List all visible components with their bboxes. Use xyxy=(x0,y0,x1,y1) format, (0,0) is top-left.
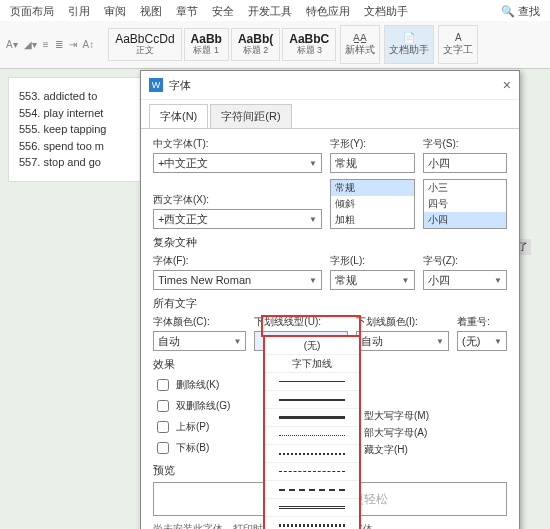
tab[interactable]: 章节 xyxy=(176,4,198,19)
underline-option[interactable] xyxy=(265,499,359,517)
chevron-down-icon: ▼ xyxy=(309,276,317,285)
color-label: 字体颜色(C): xyxy=(153,315,246,329)
cn-font-label: 中文字体(T): xyxy=(153,137,322,151)
text-line: 556. spend too m xyxy=(19,138,157,155)
chevron-down-icon: ▼ xyxy=(494,276,502,285)
indent-icon[interactable]: ⇥ xyxy=(69,39,77,50)
list-icon[interactable]: ≣ xyxy=(55,39,63,50)
chevron-down-icon: ▼ xyxy=(309,159,317,168)
chevron-down-icon: ▼ xyxy=(402,276,410,285)
underline-option[interactable] xyxy=(265,409,359,427)
underline-color-combo[interactable]: 自动▼ xyxy=(356,331,449,351)
font-label: 字体(F): xyxy=(153,254,322,268)
text-tool-button[interactable]: A文字工 xyxy=(438,25,478,64)
size-combo[interactable]: 小四 xyxy=(423,153,508,173)
app-icon: W xyxy=(149,78,163,92)
underline-label: 下划线线型(U): xyxy=(254,315,347,329)
search-label[interactable]: 🔍 查找 xyxy=(501,4,540,19)
style-combo[interactable]: 常规 xyxy=(330,153,415,173)
cn-font-combo[interactable]: +中文正文▼ xyxy=(153,153,322,173)
tab[interactable]: 特色应用 xyxy=(306,4,350,19)
smallcaps-check[interactable]: 型大写字母(M) xyxy=(364,409,507,423)
font-combo[interactable]: Times New Roman▼ xyxy=(153,270,322,290)
size2-combo[interactable]: 小四▼ xyxy=(423,270,508,290)
chevron-down-icon: ▼ xyxy=(233,337,241,346)
en-font-label: 西文字体(X): xyxy=(153,193,322,207)
text-line: 557. stop and go xyxy=(19,154,157,171)
highlight-icon[interactable]: ◢▾ xyxy=(24,39,37,50)
new-style-button[interactable]: A̲A̲新样式 xyxy=(340,25,380,64)
font-color-icon[interactable]: A▾ xyxy=(6,39,18,50)
underline-option[interactable] xyxy=(265,373,359,391)
style-h1[interactable]: AaBb标题 1 xyxy=(184,28,229,61)
style-label: 字形(Y): xyxy=(330,137,415,151)
alltext-section-label: 所有文字 xyxy=(153,296,507,311)
tab[interactable]: 页面布局 xyxy=(10,4,54,19)
tab-spacing[interactable]: 字符间距(R) xyxy=(210,104,291,128)
underline-option[interactable] xyxy=(265,463,359,481)
style2-combo[interactable]: 常规▼ xyxy=(330,270,415,290)
underline-dropdown: (无) 字下加线 xyxy=(263,335,361,529)
size-label: 字号(S): xyxy=(423,137,508,151)
underline-option[interactable] xyxy=(265,481,359,499)
text-line: 553. addicted to xyxy=(19,88,157,105)
dialog-tabs: 字体(N) 字符间距(R) xyxy=(141,100,519,129)
toolbar: A▾ ◢▾ ≡ ≣ ⇥ A↕ AaBbCcDd正文 AaBb标题 1 AaBb(… xyxy=(0,21,550,68)
size2-label: 字号(Z): xyxy=(423,254,508,268)
ribbon-tabs: 页面布局 引用 审阅 视图 章节 安全 开发工具 特色应用 文档助手 🔍 查找 xyxy=(0,0,550,21)
tab[interactable]: 引用 xyxy=(68,4,90,19)
hidden-check[interactable]: 藏文字(H) xyxy=(364,443,507,457)
emphasis-label: 着重号: xyxy=(457,315,507,329)
text-line: 555. keep tapping xyxy=(19,121,157,138)
underline-option-none[interactable]: (无) xyxy=(265,337,359,355)
style-h3[interactable]: AaBbC标题 3 xyxy=(282,28,336,61)
text-line: 554. play internet xyxy=(19,105,157,122)
dialog-title: 字体 xyxy=(169,78,191,93)
chevron-down-icon: ▼ xyxy=(494,337,502,346)
underline-option[interactable] xyxy=(265,445,359,463)
tab[interactable]: 开发工具 xyxy=(248,4,292,19)
size-listbox[interactable]: 小三 四号 小四 xyxy=(423,179,508,229)
style-h2[interactable]: AaBb(标题 2 xyxy=(231,28,280,61)
dialog-titlebar: W 字体 × xyxy=(141,71,519,100)
color-combo[interactable]: 自动▼ xyxy=(153,331,246,351)
tab[interactable]: 审阅 xyxy=(104,4,126,19)
align-icon[interactable]: ≡ xyxy=(43,39,49,50)
tab[interactable]: 安全 xyxy=(212,4,234,19)
tab[interactable]: 视图 xyxy=(140,4,162,19)
underline-option[interactable] xyxy=(265,427,359,445)
style2-label: 字形(L): xyxy=(330,254,415,268)
en-font-combo[interactable]: +西文正文▼ xyxy=(153,209,322,229)
close-icon[interactable]: × xyxy=(503,77,511,93)
underline-option[interactable] xyxy=(265,517,359,529)
chevron-down-icon: ▼ xyxy=(436,337,444,346)
chevron-down-icon: ▼ xyxy=(309,215,317,224)
char-icon[interactable]: A↕ xyxy=(83,39,95,50)
style-normal[interactable]: AaBbCcDd正文 xyxy=(108,28,181,61)
emphasis-combo[interactable]: (无)▼ xyxy=(457,331,507,351)
ribbon: 页面布局 引用 审阅 视图 章节 安全 开发工具 特色应用 文档助手 🔍 查找 … xyxy=(0,0,550,69)
tab[interactable]: 文档助手 xyxy=(364,4,408,19)
doc-helper-button[interactable]: 📄文档助手 xyxy=(384,25,434,64)
allcaps-check[interactable]: 部大写字母(A) xyxy=(364,426,507,440)
underline-option[interactable] xyxy=(265,391,359,409)
complex-section-label: 复杂文种 xyxy=(153,235,507,250)
underline-option-word[interactable]: 字下加线 xyxy=(265,355,359,373)
underline-color-label: 下划线颜色(I): xyxy=(356,315,449,329)
style-listbox[interactable]: 常规 倾斜 加粗 xyxy=(330,179,415,229)
tab-font[interactable]: 字体(N) xyxy=(149,104,208,128)
